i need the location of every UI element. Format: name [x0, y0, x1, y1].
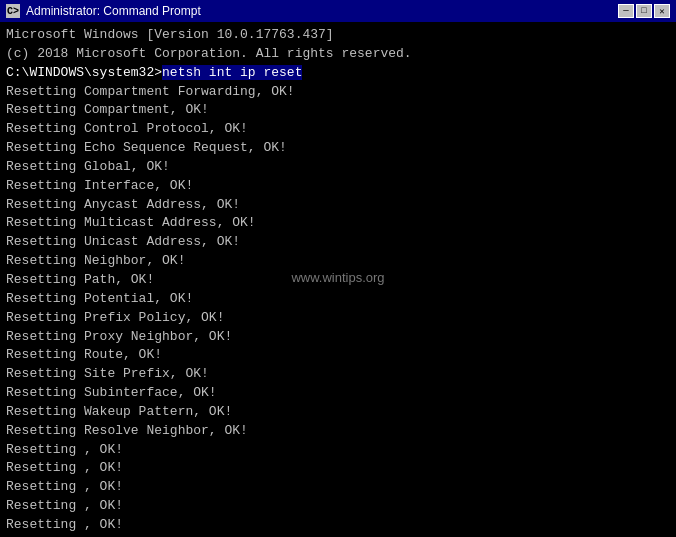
console-line: Resetting , OK!	[6, 441, 670, 460]
minimize-button[interactable]: ─	[618, 4, 634, 18]
console-line: Resetting Unicast Address, OK!	[6, 233, 670, 252]
console-line: Resetting Proxy Neighbor, OK!	[6, 328, 670, 347]
console-line: Resetting Compartment Forwarding, OK!	[6, 83, 670, 102]
console-line: Resetting , OK!	[6, 497, 670, 516]
console-line: Resetting , OK!	[6, 459, 670, 478]
console-line: C:\WINDOWS\system32>netsh int ip reset	[6, 64, 670, 83]
console-line: Resetting , OK!	[6, 478, 670, 497]
console-line: Resetting Compartment, OK!	[6, 101, 670, 120]
console-line: Resetting Neighbor, OK!	[6, 252, 670, 271]
window-controls: ─ □ ✕	[618, 4, 670, 18]
console-line: Resetting Interface, OK!	[6, 177, 670, 196]
console-output: Microsoft Windows [Version 10.0.17763.43…	[6, 26, 670, 537]
console-line: Resetting Route, OK!	[6, 346, 670, 365]
console-body: Microsoft Windows [Version 10.0.17763.43…	[0, 22, 676, 537]
window-icon: C>	[6, 4, 20, 18]
console-line: Resetting Prefix Policy, OK!	[6, 309, 670, 328]
console-line: Resetting Potential, OK!	[6, 290, 670, 309]
close-button[interactable]: ✕	[654, 4, 670, 18]
console-line: Microsoft Windows [Version 10.0.17763.43…	[6, 26, 670, 45]
maximize-button[interactable]: □	[636, 4, 652, 18]
console-line: Resetting Echo Sequence Request, OK!	[6, 139, 670, 158]
console-line: Resetting Resolve Neighbor, OK!	[6, 422, 670, 441]
console-line: Resetting Multicast Address, OK!	[6, 214, 670, 233]
console-line: Resetting Control Protocol, OK!	[6, 120, 670, 139]
console-line: Resetting Anycast Address, OK!	[6, 196, 670, 215]
console-line: Resetting Subinterface, OK!	[6, 384, 670, 403]
title-bar: C> Administrator: Command Prompt ─ □ ✕	[0, 0, 676, 22]
console-line: Resetting Site Prefix, OK!	[6, 365, 670, 384]
console-line: Resetting Wakeup Pattern, OK!	[6, 403, 670, 422]
console-line: Resetting , OK!	[6, 516, 670, 535]
console-line: Resetting Global, OK!	[6, 158, 670, 177]
console-line: Resetting Path, OK!	[6, 271, 670, 290]
console-line: (c) 2018 Microsoft Corporation. All righ…	[6, 45, 670, 64]
window-title: Administrator: Command Prompt	[26, 4, 612, 18]
